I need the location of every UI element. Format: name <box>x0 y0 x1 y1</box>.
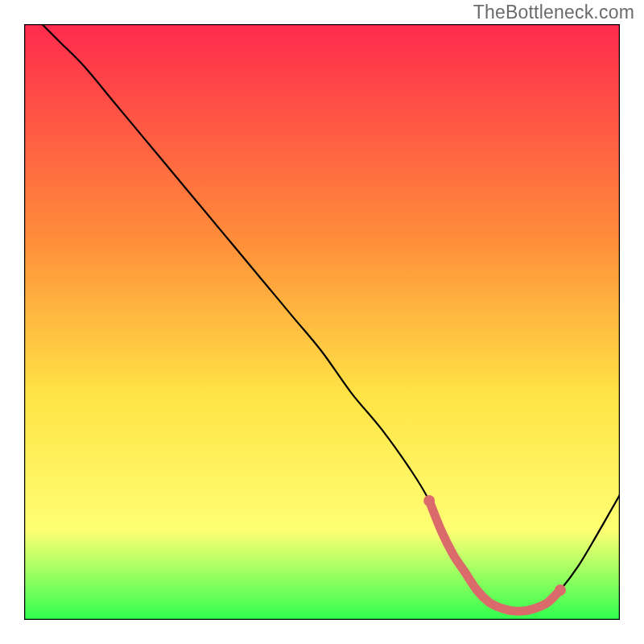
plot-area <box>24 24 620 620</box>
plot-background <box>24 24 620 620</box>
watermark-text: TheBottleneck.com <box>473 2 634 23</box>
sweet-spot-endpoint <box>555 584 566 596</box>
plot-svg <box>24 24 620 620</box>
chart-frame: TheBottleneck.com <box>0 0 644 644</box>
sweet-spot-endpoint <box>423 495 435 506</box>
